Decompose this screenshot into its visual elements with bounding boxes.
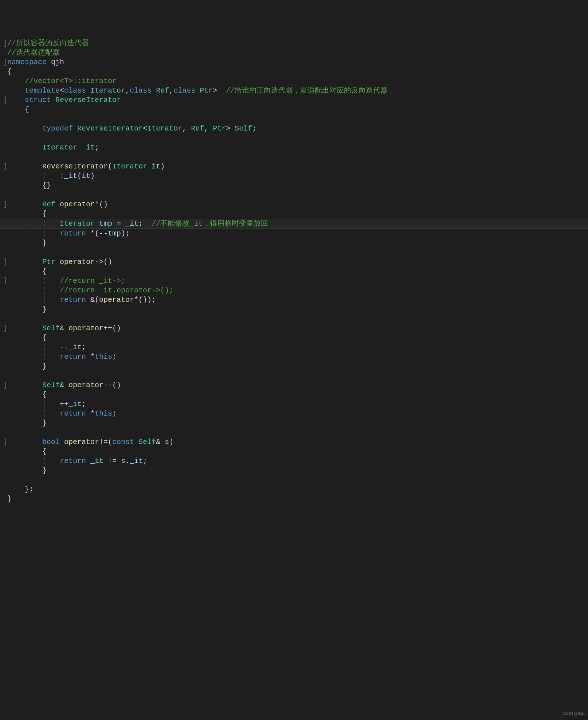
code-line[interactable]: ¦ {} (0, 181, 588, 190)
code-token: } (42, 419, 47, 427)
code-line[interactable]: ] ¦ ¦ //return _it->; (0, 276, 588, 286)
code-line[interactable]: ¦ (0, 314, 588, 324)
code-token: ReverseIterator (77, 124, 143, 133)
code-line[interactable]: { (0, 67, 588, 77)
code-line[interactable]: ¦ ¦ return &(operator*()); (0, 295, 588, 305)
code-line[interactable]: ¦ ¦ --_it; (0, 343, 588, 352)
code-line[interactable]: ¦ { (0, 333, 588, 343)
code-token: Ref (42, 200, 55, 209)
code-line[interactable]: //迭代器适配器 (0, 48, 588, 58)
code-token: Ptr (200, 86, 213, 95)
code-token: namespace (7, 58, 47, 66)
code-line[interactable]: ¦ (0, 428, 588, 437)
code-line[interactable]: ¦ (0, 190, 588, 200)
code-line[interactable]: ¦ } (0, 419, 588, 428)
code-line[interactable]: ]//所以容器的反向迭代器 (0, 39, 588, 48)
code-line[interactable]: ¦ ¦ return *this; (0, 409, 588, 419)
code-line[interactable]: template<class Iterator,class Ref,class … (0, 86, 588, 96)
code-line[interactable]: ] ¦ ReverseIterator(Iterator it) (0, 162, 588, 171)
code-line[interactable]: ¦ ¦ :_it(it) (0, 171, 588, 181)
code-token: * (86, 409, 95, 418)
code-editor[interactable]: ]//所以容器的反向迭代器 //迭代器适配器]namespace qjh { /… (0, 39, 588, 504)
code-token: _it (125, 219, 138, 228)
code-token: *()); (134, 296, 156, 304)
code-token: Ref (191, 124, 204, 133)
code-line[interactable]: ] ¦ bool operator!=(const Self& s) (0, 437, 588, 447)
code-token: { (42, 390, 47, 399)
code-token (55, 200, 60, 209)
code-token: ¦ (7, 162, 42, 171)
code-line[interactable]: ¦ Iterator _it; (0, 143, 588, 152)
code-line[interactable]: ¦ { (0, 267, 588, 276)
code-line[interactable]: ¦ (0, 152, 588, 162)
code-token: operator (99, 296, 134, 304)
code-line[interactable]: ¦ (0, 114, 588, 124)
code-token: ¦ ¦ (3, 400, 60, 408)
code-line[interactable]: ¦ } (0, 466, 588, 475)
code-token: ¦ (3, 362, 42, 370)
code-token (195, 86, 200, 95)
code-token: ; (95, 143, 99, 152)
code-line[interactable]: ¦ ¦ return *this; (0, 352, 588, 362)
code-line[interactable]: ¦ } (0, 305, 588, 314)
code-token (7, 96, 25, 104)
code-line[interactable]: { (0, 105, 588, 114)
code-token (86, 86, 90, 95)
code-token: ; (82, 343, 86, 351)
code-token (134, 438, 138, 446)
code-token (73, 124, 77, 133)
code-line[interactable]: } (0, 494, 588, 504)
code-token: struct (25, 96, 51, 104)
code-line[interactable]: ¦ ¦ return _it != s._it; (0, 456, 588, 466)
code-token: ] (3, 438, 7, 446)
code-line[interactable]: ] ¦ Ptr operator->() (0, 257, 588, 267)
code-line[interactable]: ¦ (0, 248, 588, 257)
code-line[interactable]: ] ¦ Self& operator++() (0, 324, 588, 333)
code-line[interactable]: ¦ ¦ Iterator tmp = _it; //不能修改_it，得用临时变量… (0, 219, 588, 229)
code-token: //所以容器的反向迭代器 (7, 39, 89, 47)
code-line[interactable]: ¦ { (0, 209, 588, 219)
code-line[interactable]: ¦ ¦ return *(--tmp); (0, 229, 588, 238)
code-token: ¦ (3, 239, 42, 247)
code-token: } (3, 495, 12, 503)
code-token: class (130, 86, 152, 95)
code-line[interactable]: ¦ (0, 475, 588, 485)
code-line[interactable]: ]namespace qjh (0, 58, 588, 67)
code-token: ¦ (3, 371, 29, 380)
code-line[interactable]: ] ¦ Ref operator*() (0, 200, 588, 209)
code-token: ¦ (3, 334, 42, 342)
code-token: ] (3, 258, 7, 266)
code-line[interactable]: ] ¦ Self& operator--() (0, 381, 588, 390)
code-token: ] (3, 277, 7, 285)
code-token: ¦ (3, 115, 29, 123)
code-line[interactable]: ¦ ¦ //return _it.operator->(); (0, 286, 588, 295)
code-line[interactable]: ¦ } (0, 238, 588, 248)
code-line[interactable]: ¦ ¦ ++_it; (0, 400, 588, 409)
code-line[interactable]: }; (0, 485, 588, 494)
code-token: template (25, 86, 60, 95)
code-token: { (42, 210, 47, 218)
code-line[interactable]: ¦ typedef ReverseIterator<Iterator, Ref,… (0, 124, 588, 133)
code-token: ReverseIterator (55, 96, 121, 104)
code-line[interactable]: ¦ (0, 133, 588, 143)
code-token: ++ (60, 400, 68, 408)
code-token: qjh (51, 58, 64, 66)
code-line[interactable]: ¦ { (0, 447, 588, 456)
code-token: ¦ (7, 381, 42, 389)
code-token: this (95, 353, 112, 361)
code-line[interactable]: ] struct ReverseIterator (0, 96, 588, 105)
code-token: { (3, 67, 12, 76)
code-token: Ptr (42, 258, 55, 266)
code-token: return (60, 296, 86, 304)
code-token: _it (90, 457, 103, 465)
code-line[interactable]: ¦ (0, 371, 588, 381)
code-token: != (103, 457, 121, 465)
code-token: , (125, 86, 130, 95)
code-token: < (143, 124, 147, 133)
code-line[interactable]: ¦ } (0, 362, 588, 371)
code-token: ] (3, 162, 7, 171)
code-line[interactable]: ¦ { (0, 390, 588, 400)
code-token: ; (112, 409, 117, 418)
code-line[interactable]: //vector<T>::iterator (0, 77, 588, 86)
code-token: ¦ (3, 267, 42, 276)
